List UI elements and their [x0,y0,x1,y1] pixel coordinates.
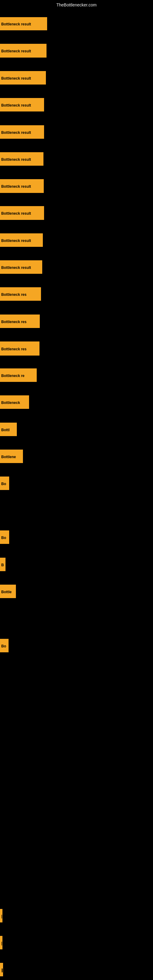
bottleneck-result-label: Bottleneck result [0,17,47,30]
bottleneck-result-label: Bottleneck re [0,368,37,382]
bottleneck-result-label: Bottleneck [0,395,29,409]
bottleneck-result-label: Bottle [0,585,16,598]
bottleneck-result-label: Bo [0,530,9,544]
bottleneck-result-label: B [0,558,5,571]
bottleneck-result-label: ‖ [0,963,3,976]
bottleneck-result-label: Bottleneck res [0,342,40,356]
bottleneck-result-label: Bottleneck result [0,152,43,166]
bottleneck-result-label: | [0,936,2,950]
bottleneck-result-label: Bottleneck result [0,233,43,247]
bottleneck-result-label: Bottleneck result [0,179,44,193]
bottleneck-result-label: | [0,909,2,923]
bottleneck-result-label: Bottleneck result [0,125,44,139]
bottleneck-result-label: Bottleneck res [0,315,40,328]
bottleneck-result-label: Bottleneck result [0,44,46,57]
bottleneck-result-label: Bottlene [0,450,23,463]
bottleneck-result-label: Bottleneck result [0,260,42,274]
bottleneck-result-label: Bottleneck res [0,287,41,301]
bottleneck-result-label: Bottleneck result [0,71,46,84]
bottleneck-result-label: Bottl [0,423,17,436]
site-title: TheBottlenecker.com [56,2,97,7]
bottleneck-result-label: Bo [0,477,9,490]
bottleneck-result-label: Bo [0,639,9,652]
bottleneck-result-label: Bottleneck result [0,98,44,111]
bottleneck-result-label: Bottleneck result [0,206,44,220]
